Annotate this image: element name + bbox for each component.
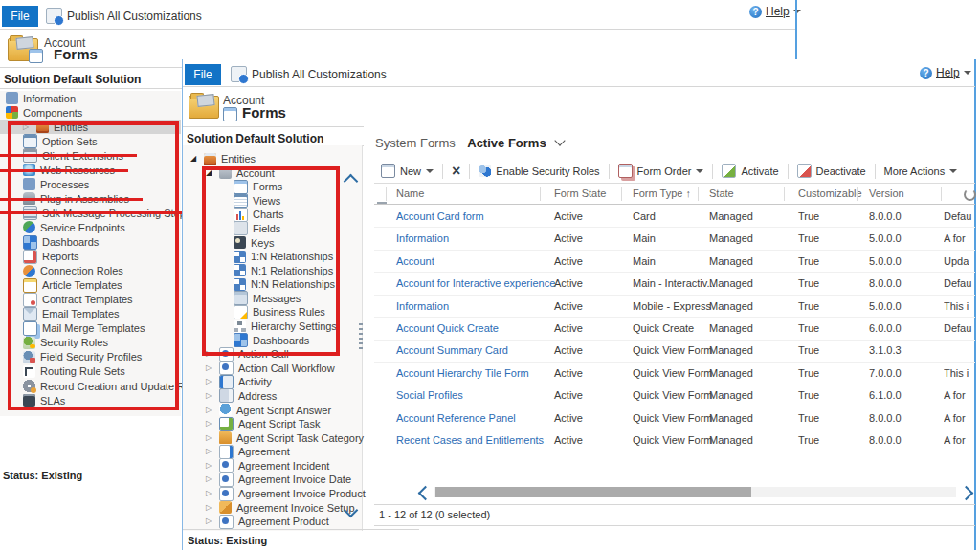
table-row[interactable]: Account Quick CreateActiveQuick CreateMa… [374,317,975,340]
refresh-icon[interactable] [964,188,976,201]
table-row[interactable]: InformationActiveMobile - ExpressManaged… [374,295,975,318]
scroll-right-arrow[interactable] [959,486,974,501]
tree-item-fields[interactable]: Fields [183,222,362,235]
cell-name[interactable]: Account Reference Panel [396,412,516,424]
expanded-arrow-icon[interactable]: ◢ [206,169,214,177]
cell-name[interactable]: Account Quick Create [396,322,499,334]
collapsed-arrow-icon[interactable]: ▷ [206,448,214,455]
view-selector[interactable]: Active Forms [467,136,546,150]
sidebar-item-processes[interactable]: Processes [0,177,181,191]
table-row[interactable]: Account Hierarchy Tile FormActiveQuick V… [374,362,975,385]
panel-splitter[interactable] [359,323,363,350]
tree-item-keys[interactable]: Keys [183,236,362,250]
collapsed-arrow-icon[interactable]: ▷ [206,462,214,470]
tree-item-dashboards[interactable]: Dashboards [183,334,362,347]
tree-item-agreement[interactable]: ▷Agreement [183,445,362,458]
collapsed-arrow-icon[interactable]: ▷ [206,407,214,414]
sidebar-item-client-extensions[interactable]: Client Extensions [0,148,181,163]
tree-item-entities[interactable]: ◢Entities [183,152,362,165]
sidebar-item-security-roles[interactable]: Security Roles [0,336,181,350]
tree-item-n-n-relationships[interactable]: N:N Relationships [183,277,362,291]
table-row[interactable]: Account Reference PanelActiveQuick View … [374,407,975,429]
table-row[interactable]: Social ProfilesActiveQuick View FormMana… [374,385,975,407]
cell-name[interactable]: Account for Interactive experience [396,277,555,289]
tree-item-agreement-invoice-date[interactable]: ▷Agreement Invoice Date [183,473,362,486]
sidebar-item-web-resources[interactable]: Web Resources [0,163,181,177]
chevron-down-icon[interactable] [554,135,565,145]
tree-item-agent-script-task[interactable]: ▷Agent Script Task [183,417,362,430]
sidebar-item-dashboards[interactable]: Dashboards [0,235,181,250]
sidebar-item-service-endpoints[interactable]: Service Endpoints [0,220,181,234]
collapsed-arrow-icon[interactable]: ▷ [206,504,214,512]
new-button[interactable]: New [374,164,440,178]
table-row[interactable]: Account Summary CardActiveQuick View For… [374,340,975,363]
collapsed-arrow-icon[interactable]: ▷ [206,420,214,428]
collapsed-arrow-icon[interactable]: ▷ [206,434,214,442]
activate-button[interactable]: Activate [715,164,785,178]
sidebar-item-information[interactable]: Information [0,91,181,105]
column-header-form-type[interactable]: Form Type ↑ [633,187,691,199]
table-row[interactable]: Recent Cases and EntitlementsActiveQuick… [374,429,975,452]
column-header-customizable[interactable]: Customizable [798,187,862,199]
more-actions-button[interactable]: More Actions [878,165,965,177]
cell-name[interactable]: Information [396,300,449,312]
tree-item-n-1-relationships[interactable]: N:1 Relationships [183,264,362,277]
scroll-left-arrow[interactable] [418,486,434,501]
expanded-arrow-icon[interactable]: ◢ [190,155,199,163]
file-button[interactable]: File [185,64,221,85]
tree-item-agent-script-task-category[interactable]: ▷Agent Script Task Category [183,431,362,445]
sidebar-item-mail-merge-templates[interactable]: Mail Merge Templates [0,321,181,336]
sidebar-item-slas[interactable]: SLAs [0,393,181,407]
sidebar-item-record-creation-and-update-rules[interactable]: Record Creation and Update Rules [0,379,181,393]
table-row[interactable]: AccountActiveMainManagedTrue5.0.0.0Upda [374,250,975,273]
collapsed-arrow-icon[interactable]: ▷ [206,364,214,372]
tree-item-agent-script-answer[interactable]: ▷Agent Script Answer [183,404,362,417]
collapsed-arrow-icon[interactable]: ▷ [206,392,214,400]
publish-all-customizations-button[interactable]: Publish All Customizations [46,8,202,24]
file-button[interactable]: File [2,6,38,27]
collapsed-arrow-icon[interactable]: ▷ [206,378,214,385]
tree-item-1-n-relationships[interactable]: 1:N Relationships [183,250,362,263]
column-header-state[interactable]: State [709,187,734,199]
tree-item-agreement-incident[interactable]: ▷Agreement Incident [183,459,362,473]
tree-item-forms[interactable]: Forms [183,180,362,193]
tree-item-activity[interactable]: ▷Activity [183,375,362,388]
sidebar-item-routing-rule-sets[interactable]: Routing Rule Sets [0,364,181,379]
collapsed-arrow-icon[interactable]: ▷ [206,350,214,358]
sidebar-item-email-templates[interactable]: Email Templates [0,307,181,321]
tree-item-views[interactable]: Views [183,194,362,208]
deactivate-button[interactable]: Deactivate [791,164,873,178]
sidebar-item-article-templates[interactable]: Article Templates [0,278,181,293]
form-order-button[interactable]: Form Order [612,164,711,178]
cell-name[interactable]: Account Hierarchy Tile Form [396,367,529,379]
enable-security-roles-button[interactable]: Enable Security Roles [472,165,606,177]
cell-name[interactable]: Information [396,232,449,244]
table-row[interactable]: Account Card formActiveCardManagedTrue8.… [374,205,975,228]
collapsed-arrow-icon[interactable]: ▷ [206,517,214,525]
tree-item-charts[interactable]: Charts [183,208,362,221]
tree-item-address[interactable]: ▷Address [183,389,362,403]
publish-all-customizations-button[interactable]: Publish All Customizations [231,66,387,82]
help-button[interactable]: Help [749,5,801,18]
cell-name[interactable]: Account [396,255,434,267]
tree-item-business-rules[interactable]: Business Rules [183,305,362,319]
table-row[interactable]: InformationActiveMainManagedTrue5.0.0.0A… [374,227,975,250]
sidebar-item-contract-templates[interactable]: Contract Templates [0,293,181,307]
tree-item-hierarchy-settings[interactable]: Hierarchy Settings [183,319,362,333]
tree-item-messages[interactable]: Messages [183,292,362,305]
tree-item-action-call-workflow[interactable]: ▷Action Call Workflow [183,362,362,375]
collapsed-arrow-icon[interactable]: ▷ [206,490,214,497]
column-header-version[interactable]: Version [869,187,904,199]
collapsed-arrow-icon[interactable]: ▷ [23,123,32,131]
sidebar-item-connection-roles[interactable]: Connection Roles [0,264,181,278]
cell-name[interactable]: Recent Cases and Entitlements [396,434,544,446]
horizontal-scrollbar-thumb[interactable] [435,487,751,497]
cell-name[interactable]: Social Profiles [396,389,463,401]
collapsed-arrow-icon[interactable]: ▷ [206,475,214,483]
table-row[interactable]: Account for Interactive experienceActive… [374,272,975,295]
tree-item-account[interactable]: ◢Account [183,166,362,180]
sidebar-item-plug-in-assemblies[interactable]: Plug-in Assemblies [0,191,181,206]
select-all-checkbox[interactable] [377,202,387,204]
sidebar-item-components[interactable]: Components [0,105,181,120]
column-header-name[interactable]: Name [396,187,424,199]
